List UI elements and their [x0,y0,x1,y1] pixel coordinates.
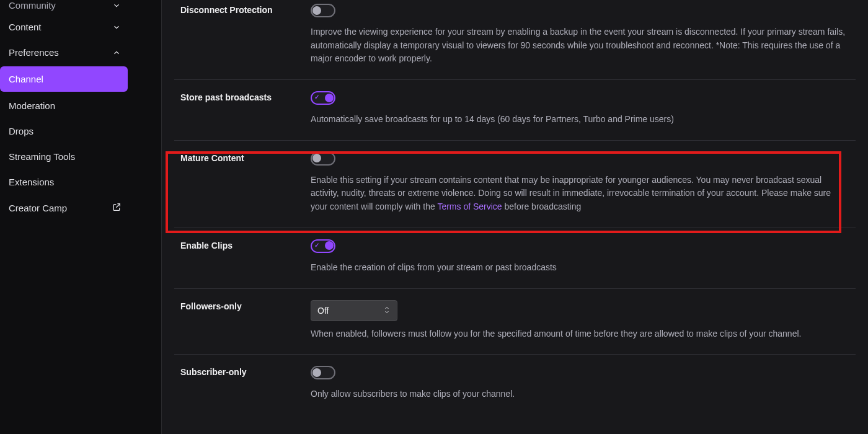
sidebar: Community Content Preferences Channel Mo… [0,0,130,434]
mature-desc-post: before broadcasting [502,202,582,211]
sidebar-item-content[interactable]: Content [0,14,130,40]
sidebar-item-label: Community [9,0,56,11]
toggle-enable-clips[interactable]: ✓ [311,239,335,253]
sidebar-item-extensions[interactable]: Extensions [0,169,130,195]
toggle-subscriber-only[interactable] [311,366,335,379]
sidebar-item-community[interactable]: Community [0,0,130,14]
setting-title: Followers-only [180,300,311,341]
chevron-down-icon [112,22,122,32]
select-caret-icon [383,306,391,316]
setting-title: Mature Content [180,152,311,214]
select-value: Off [317,306,329,316]
sidebar-item-label: Drops [9,126,33,136]
sidebar-item-streaming-tools[interactable]: Streaming Tools [0,144,130,169]
sidebar-item-label: Extensions [9,177,54,187]
setting-description: Improve the viewing experience for your … [311,25,849,66]
setting-description: When enabled, followers must follow you … [311,327,849,341]
setting-store-past-broadcasts: Store past broadcasts ✓ Automatically sa… [174,80,856,141]
setting-mature-content: Mature Content Enable this setting if yo… [174,141,856,228]
settings-panel: Disconnect Protection Improve the viewin… [161,0,868,434]
sidebar-item-label: Creator Camp [9,203,67,213]
sidebar-item-preferences[interactable]: Preferences [0,40,130,65]
sidebar-item-creator-camp[interactable]: Creator Camp [0,195,130,221]
followers-only-select[interactable]: Off [311,300,397,321]
setting-followers-only: Followers-only Off When enabled, followe… [174,289,856,355]
setting-disconnect-protection: Disconnect Protection Improve the viewin… [174,0,856,80]
setting-title: Subscriber-only [180,366,311,401]
sidebar-item-label: Content [9,22,42,32]
toggle-store-past-broadcasts[interactable]: ✓ [311,91,335,105]
setting-description: Enable the creation of clips from your s… [311,261,849,275]
chevron-down-icon [112,1,122,11]
terms-of-service-link[interactable]: Terms of Service [437,202,502,211]
external-link-icon [112,202,122,214]
sidebar-item-label: Preferences [9,47,59,58]
sidebar-item-drops[interactable]: Drops [0,118,130,144]
setting-title: Disconnect Protection [180,4,311,66]
setting-description: Only allow subscribers to make clips of … [311,388,849,401]
toggle-mature-content[interactable] [311,152,335,166]
setting-enable-clips: Enable Clips ✓ Enable the creation of cl… [174,228,856,289]
chevron-up-icon [112,48,122,58]
sidebar-item-label: Moderation [9,100,55,111]
sidebar-item-channel[interactable]: Channel [0,66,128,92]
sidebar-item-label: Streaming Tools [9,151,75,162]
sidebar-item-moderation[interactable]: Moderation [0,93,130,118]
setting-subscriber-only: Subscriber-only Only allow subscribers t… [174,355,856,415]
setting-title: Enable Clips [180,239,311,275]
sidebar-item-label: Channel [9,74,43,84]
setting-description: Enable this setting if your stream conta… [311,174,849,214]
setting-title: Store past broadcasts [180,91,311,126]
toggle-disconnect-protection[interactable] [311,4,335,17]
setting-description: Automatically save broadcasts for up to … [311,113,849,126]
